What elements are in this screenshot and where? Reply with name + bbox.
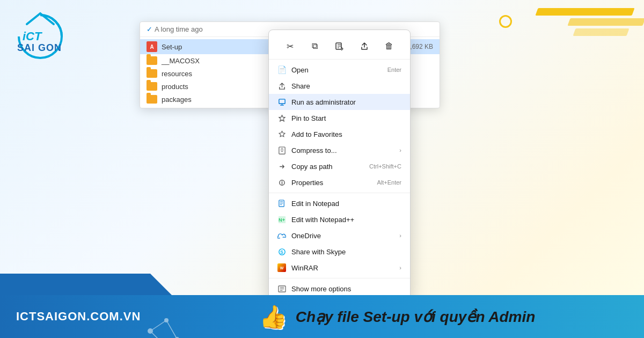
file-name-products: products	[162, 83, 188, 91]
ctx-copypath-label: Copy as path	[291, 163, 333, 171]
share-icon	[360, 42, 369, 50]
bottom-bar: ICTSAIGON.COM.VN 👍 Chạy file Set-up với …	[0, 295, 644, 338]
ctx-admin-icon	[277, 98, 286, 106]
ctx-properties-label: Properties	[291, 179, 323, 187]
thumbs-up-icon: 👍	[259, 304, 287, 330]
delete-button[interactable]: 🗑	[380, 38, 398, 55]
svg-line-16	[150, 320, 166, 331]
cut-button[interactable]: ✂	[281, 38, 298, 55]
ctx-onedrive-icon	[277, 231, 286, 240]
logo-svg: iCT SAI GON	[11, 11, 70, 64]
ctx-npp-icon: N+	[277, 215, 286, 224]
bottom-left: ICTSAIGON.COM.VN	[0, 310, 172, 324]
ctx-skype-label: Share with Skype	[291, 248, 346, 256]
deco-line-1	[535, 8, 634, 16]
ctx-more-label: Show more options	[291, 285, 351, 293]
ctx-more-icon	[277, 284, 286, 293]
ctx-open-label: Open	[291, 66, 309, 74]
deco-line-3	[573, 28, 629, 36]
file-size-setup: 3,692 KB	[407, 43, 433, 50]
ctx-compress-arrow: ›	[399, 147, 401, 153]
ctx-onedrive[interactable]: OneDrive ›	[269, 227, 410, 244]
ctx-compress[interactable]: Compress to... ›	[269, 142, 410, 158]
svg-rect-3	[279, 99, 284, 103]
ctx-onedrive-arrow: ›	[399, 232, 401, 239]
ctx-compress-icon	[277, 146, 286, 155]
ctx-favorites-label: Add to Favorites	[291, 130, 342, 138]
deco-circle	[499, 15, 512, 28]
svg-text:SAI GON: SAI GON	[17, 42, 62, 53]
ctx-pin-start[interactable]: Pin to Start	[269, 110, 410, 126]
ctx-star-icon	[277, 130, 286, 138]
svg-text:S: S	[280, 249, 283, 255]
ctx-winrar-arrow: ›	[399, 264, 401, 271]
folder-icon-packages	[147, 95, 157, 104]
ctx-open[interactable]: 📄 Open Enter	[269, 62, 410, 78]
folder-icon-resources	[147, 69, 157, 78]
ctx-compress-label: Compress to...	[291, 146, 337, 155]
ctx-props-icon	[277, 178, 286, 187]
context-menu-toolbar: ✂ ⧉ 🗑	[269, 33, 410, 60]
svg-text:iCT: iCT	[23, 30, 42, 43]
ctx-properties[interactable]: Properties Alt+Enter	[269, 174, 410, 190]
circuit-deco	[134, 310, 188, 338]
share-toolbar-button[interactable]	[356, 38, 373, 55]
ctx-npp-label: Edit with Notepad++	[291, 216, 354, 224]
ctx-notepad-icon	[277, 199, 286, 208]
ctx-run-admin[interactable]: Run as administrator	[269, 94, 410, 110]
explorer-header-label: A long time ago	[155, 25, 203, 33]
svg-line-18	[150, 331, 161, 338]
ctx-notepad-label: Edit in Notepad	[291, 200, 339, 208]
svg-rect-4	[279, 146, 284, 153]
open-icon: 📄	[277, 65, 286, 74]
file-name-packages: packages	[162, 95, 192, 104]
ctx-share-label: Share	[291, 82, 310, 90]
ctx-copypath-icon	[277, 162, 286, 171]
ctx-winrar-label: WinRAR	[291, 264, 318, 272]
context-menu: ✂ ⧉ 🗑 📄 Open Enter Share Run as administ…	[268, 30, 411, 300]
ctx-winrar-icon: W	[277, 263, 286, 272]
ctx-open-shortcut: Enter	[387, 67, 401, 73]
deco-line-2	[567, 18, 644, 26]
ctx-divider-1	[269, 193, 410, 193]
ctx-copy-path[interactable]: Copy as path Ctrl+Shift+C	[269, 158, 410, 174]
file-name-setup: Set-up	[162, 43, 182, 51]
check-icon: ✓	[147, 25, 152, 33]
ctx-more-options[interactable]: Show more options	[269, 281, 410, 297]
copy-button[interactable]: ⧉	[306, 38, 323, 55]
ctx-share-icon	[277, 82, 286, 90]
ctx-pin-icon	[277, 114, 286, 122]
ctx-divider-2	[269, 278, 410, 278]
setup-icon: A	[147, 41, 157, 52]
ctx-winrar[interactable]: W WinRAR ›	[269, 260, 410, 276]
ctx-props-shortcut: Alt+Enter	[377, 179, 401, 186]
bottom-right: 👍 Chạy file Set-up với quyền Admin	[172, 304, 644, 330]
file-name-macosx: __MACOSX	[162, 57, 200, 65]
ctx-notepad[interactable]: Edit in Notepad	[269, 195, 410, 211]
ctx-run-admin-label: Run as administrator	[291, 98, 356, 106]
logo: iCT SAI GON	[11, 11, 70, 64]
top-right-decoration	[494, 5, 644, 38]
file-name-resources: resources	[162, 70, 192, 78]
website-label: ICTSAIGON.COM.VN	[16, 310, 141, 324]
ctx-skype[interactable]: S Share with Skype	[269, 244, 410, 260]
ctx-pin-label: Pin to Start	[291, 114, 326, 122]
copy-to-button[interactable]	[331, 38, 348, 55]
svg-text:N+: N+	[278, 217, 285, 223]
folder-icon-macosx	[147, 56, 157, 65]
folder-icon-products	[147, 82, 157, 91]
deco-lines	[521, 5, 644, 38]
ctx-share[interactable]: Share	[269, 78, 410, 94]
ctx-copypath-shortcut: Ctrl+Shift+C	[369, 163, 401, 170]
bottom-diagonal-deco	[0, 274, 172, 295]
ctx-favorites[interactable]: Add to Favorites	[269, 126, 410, 142]
ctx-npp[interactable]: N+ Edit with Notepad++	[269, 211, 410, 227]
svg-line-17	[166, 320, 177, 338]
copy-to-icon	[335, 42, 343, 50]
ctx-skype-icon: S	[277, 247, 286, 256]
cta-text: Chạy file Set-up với quyền Admin	[296, 308, 536, 326]
ctx-onedrive-label: OneDrive	[291, 232, 321, 240]
